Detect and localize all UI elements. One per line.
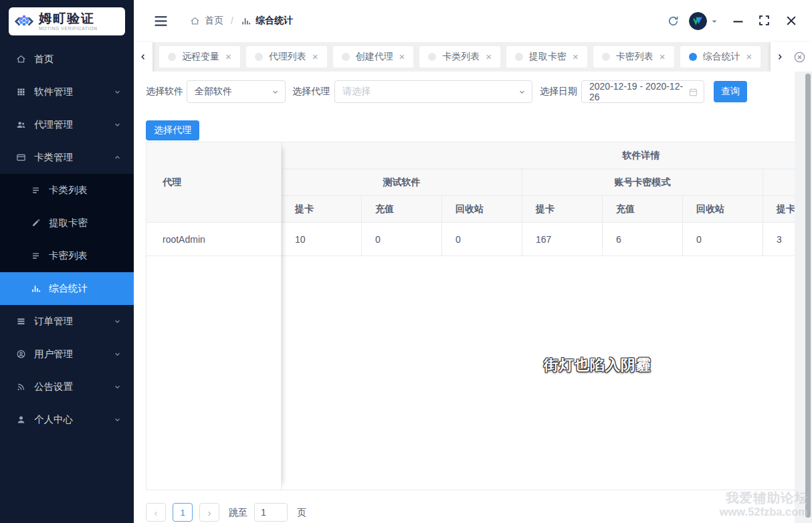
tab-close-icon[interactable]: ×: [573, 53, 579, 61]
window-close-button[interactable]: [785, 14, 799, 28]
sidebar-item-agents[interactable]: 代理管理: [0, 108, 134, 141]
vertical-scrollbar[interactable]: [805, 74, 811, 518]
table-cell: 0: [442, 223, 522, 256]
tab-status-dot: [602, 53, 610, 61]
tab-close-icon[interactable]: ×: [486, 53, 492, 61]
chevron-down-icon[interactable]: [710, 17, 718, 25]
tab-close-icon[interactable]: ×: [225, 53, 231, 61]
tab-agent-list[interactable]: 代理列表 ×: [246, 46, 327, 68]
software-select-value: 全部软件: [195, 86, 232, 98]
sidebar-toggle-button[interactable]: [153, 13, 169, 29]
tab-status-dot: [689, 53, 697, 61]
table-header-account-key-mode: 账号卡密模式: [522, 169, 763, 196]
tab-extract-keys[interactable]: 提取卡密 ×: [506, 46, 587, 68]
window-minimize-button[interactable]: [731, 14, 745, 28]
table-column-header: 提卡: [522, 196, 603, 223]
sidebar-item-software[interactable]: 软件管理: [0, 76, 134, 108]
sidebar-item-label: 个人中心: [34, 413, 73, 426]
logo-title: 姆町验证: [39, 12, 98, 25]
tab-status-dot: [255, 53, 263, 61]
agent-select[interactable]: 请选择: [334, 80, 532, 103]
sidebar-item-card-list[interactable]: 卡类列表: [0, 174, 134, 207]
sidebar-item-extract-keys[interactable]: 提取卡密: [0, 207, 134, 239]
pager-jump-input[interactable]: [254, 503, 288, 522]
breadcrumb-home[interactable]: 首页: [205, 15, 223, 27]
sidebar-item-orders[interactable]: 订单管理: [0, 305, 134, 338]
pager-page-1[interactable]: 1: [173, 503, 193, 522]
tab-create-agent[interactable]: 创建代理 ×: [333, 46, 414, 68]
chevron-down-icon: [113, 415, 122, 424]
tabs-scroll-left-button[interactable]: [134, 42, 153, 72]
table-cell: 3: [763, 223, 795, 256]
sidebar-item-label: 软件管理: [34, 86, 73, 98]
table-header-group-row: 软件详情: [282, 142, 795, 169]
bar-chart-icon: [31, 284, 41, 294]
table-header-software-detail: 软件详情: [282, 142, 795, 169]
sidebar-submenu-cards: 卡类列表 提取卡密 卡密列表: [0, 174, 134, 305]
close-all-tabs-icon[interactable]: [793, 51, 806, 64]
chevron-down-icon: [113, 317, 122, 326]
pager-jump-label: 跳至: [229, 507, 247, 519]
agent-select-placeholder: 请选择: [342, 86, 371, 98]
tab-remote-vars[interactable]: 远程变量 ×: [159, 46, 240, 68]
card-icon: [16, 152, 26, 163]
rss-icon: [16, 382, 26, 392]
table-column-header: 充值: [603, 196, 683, 223]
chevron-down-icon: [113, 383, 122, 391]
tab-close-icon[interactable]: ×: [399, 53, 405, 61]
table-header-subgroup-extra: [763, 169, 795, 196]
table-column-header: 充值: [362, 196, 442, 223]
tab-label: 提取卡密: [529, 51, 567, 63]
user-circle-icon: [16, 349, 26, 359]
window-maximize-button[interactable]: [758, 14, 772, 28]
main-content: 选择软件 全部软件 选择代理 请选择 选择日期 2020-12-19 - 202…: [134, 72, 812, 523]
sidebar-item-home[interactable]: 首页: [0, 43, 134, 76]
users-icon: [16, 120, 26, 130]
tab-label: 创建代理: [356, 51, 393, 63]
pager-prev-button[interactable]: ‹: [146, 503, 166, 522]
sidebar-item-profile[interactable]: 个人中心: [0, 403, 134, 436]
sidebar-item-label: 订单管理: [34, 315, 73, 328]
tab-label: 卡类列表: [442, 51, 480, 63]
chevron-down-icon: [518, 88, 526, 96]
pager-page-unit: 页: [297, 507, 306, 519]
sidebar-item-users[interactable]: 用户管理: [0, 338, 134, 371]
tab-card-list[interactable]: 卡类列表 ×: [419, 46, 500, 68]
table-header-subgroup-row: 测试软件 账号卡密模式: [282, 169, 795, 196]
tab-close-icon[interactable]: ×: [746, 53, 752, 61]
sidebar-item-label: 提取卡密: [49, 217, 88, 229]
tab-label: 代理列表: [269, 51, 306, 63]
tab-close-icon[interactable]: ×: [659, 53, 666, 61]
date-range-input[interactable]: 2020-12-19 - 2020-12-26: [581, 80, 704, 103]
statistics-table: 软件详情 测试软件 账号卡密模式 提卡 充值 回收站 提卡 充值 回收站 提卡: [146, 142, 795, 490]
sidebar-item-announcements[interactable]: 公告设置: [0, 371, 134, 403]
date-filter-label: 选择日期: [540, 86, 577, 98]
chevron-down-icon: [113, 350, 122, 358]
tab-statistics[interactable]: 综合统计 ×: [680, 46, 761, 68]
logo-icon: [14, 11, 34, 31]
app-logo[interactable]: 姆町验证 MOTING VERIFICATION: [9, 7, 125, 35]
sidebar-item-statistics[interactable]: 综合统计: [0, 272, 134, 305]
tab-key-list[interactable]: 卡密列表 ×: [593, 46, 674, 68]
chevron-down-icon: [271, 88, 280, 96]
tab-close-icon[interactable]: ×: [312, 53, 318, 61]
software-select[interactable]: 全部软件: [187, 80, 286, 103]
avatar[interactable]: [689, 12, 707, 30]
table-header-metrics-row: 提卡 充值 回收站 提卡 充值 回收站 提卡: [282, 196, 795, 223]
chevron-down-icon: [113, 88, 122, 96]
query-button[interactable]: 查询: [714, 81, 747, 102]
sidebar-item-label: 卡密列表: [49, 249, 88, 262]
sidebar-item-label: 综合统计: [49, 282, 88, 295]
sidebar-item-cards[interactable]: 卡类管理: [0, 141, 134, 174]
refresh-icon[interactable]: [667, 15, 680, 27]
person-icon: [16, 415, 26, 425]
table-row[interactable]: 10 0 0 167 6 0 3: [282, 223, 795, 256]
logo-text: 姆町验证 MOTING VERIFICATION: [39, 12, 98, 31]
pager-next-button[interactable]: ›: [199, 503, 219, 522]
select-agent-button[interactable]: 选择代理: [146, 120, 199, 140]
sidebar-item-label: 公告设置: [34, 381, 73, 393]
software-filter-label: 选择软件: [146, 86, 183, 98]
tabs-scroll-right-button[interactable]: [771, 42, 789, 72]
sidebar-item-key-list[interactable]: 卡密列表: [0, 239, 134, 272]
table-fixed-column-filler: [146, 256, 282, 490]
